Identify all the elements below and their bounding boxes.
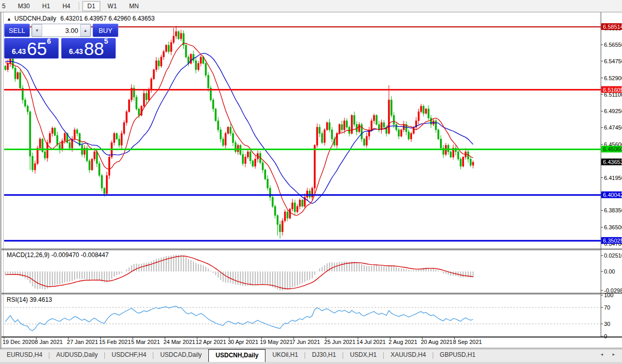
candle-body <box>277 215 278 225</box>
date-label: 19 Dec 2020 <box>3 339 34 345</box>
candle-body <box>153 70 155 79</box>
candle-body <box>24 100 26 106</box>
candle-body <box>205 63 207 75</box>
tab-gbpusd[interactable]: GBPUSD,H1 <box>433 349 482 362</box>
candle-body <box>44 152 46 158</box>
price-badge-label: 6.45060 <box>603 146 622 152</box>
timeframe-toolbar: 5M30H1H4D1W1MN <box>0 0 622 12</box>
date-label: 27 Jan 2021 <box>67 339 98 345</box>
timeframe-button-h1[interactable]: H1 <box>37 1 55 11</box>
candle-body <box>351 115 352 133</box>
price-badge-label: 6.40042 <box>603 192 622 198</box>
candle-body <box>388 100 389 134</box>
symbol-tab-bar: EURUSD,H4AUDUSD,DailyUSDCHF,H4USDCAD,Dai… <box>0 349 622 362</box>
tab-ukoil[interactable]: UKOil,H1 <box>265 349 305 362</box>
tab-usdx[interactable]: USDX,H1 <box>343 349 383 362</box>
tab-dj30[interactable]: DJ30,H1 <box>305 349 343 362</box>
buy-price-sup: 5 <box>104 38 108 45</box>
candle-body <box>220 130 221 139</box>
price-badge-label: 6.43653 <box>603 159 622 165</box>
candle-body <box>237 145 239 152</box>
candle-body <box>185 45 187 57</box>
sell-button[interactable]: SELL <box>4 24 30 37</box>
volume-input[interactable] <box>42 24 80 37</box>
candle-body <box>390 100 392 115</box>
candle-body <box>398 130 400 136</box>
candle-body <box>383 122 385 127</box>
candle-body <box>242 154 244 163</box>
tab-scroll-arrows[interactable]: ◂ ▸ <box>600 352 619 357</box>
candle-body <box>472 162 474 165</box>
candle-body <box>5 66 6 70</box>
candle-body <box>49 134 50 143</box>
candle-body <box>341 124 343 130</box>
candle-body <box>326 122 328 130</box>
timeframe-button-d1[interactable]: D1 <box>82 1 100 11</box>
tab-usdchf[interactable]: USDCHF,H4 <box>105 349 153 362</box>
candle-body <box>17 72 19 79</box>
date-label: 20 Aug 2021 <box>421 339 453 345</box>
candle-body <box>438 130 439 139</box>
chart-symbol-label: USDCNH,Daily <box>14 15 56 22</box>
rsi-line <box>5 306 473 331</box>
candle-body <box>222 139 224 145</box>
candle-body <box>69 142 70 148</box>
candle-body <box>272 197 273 207</box>
chart-title: ▲USDCNH,Daily6.43201 6.43957 6.42960 6.4… <box>7 15 155 22</box>
candle-body <box>396 124 397 130</box>
candle-body <box>192 54 194 61</box>
candle-body <box>227 127 229 133</box>
candle-body <box>292 203 293 209</box>
price-tick-label: 6.38350 <box>604 207 622 213</box>
candle-body <box>235 142 236 152</box>
candle-body <box>311 188 313 197</box>
price-tick-label: 6.41950 <box>604 175 622 181</box>
candle-body <box>279 225 281 232</box>
volume-decrease-button[interactable]: ▼ <box>32 24 42 37</box>
candle-body <box>274 206 276 215</box>
candle-body <box>7 63 9 69</box>
candle-body <box>99 163 100 175</box>
volume-spinner: ▼ ▲ <box>31 24 91 37</box>
price-tick-label: 6.36500 <box>604 224 622 230</box>
candle-body <box>470 159 471 165</box>
date-label: 24 Mar 2021 <box>164 339 196 345</box>
tab-eurusd[interactable]: EURUSD,H4 <box>0 349 49 362</box>
rsi-scale-label: 0 <box>604 333 607 339</box>
candle-body <box>218 121 219 130</box>
tab-xauusd[interactable]: XAUUSD,H4 <box>384 349 433 362</box>
timeframe-button-mn[interactable]: MN <box>124 1 144 11</box>
candle-body <box>324 130 325 143</box>
volume-increase-button[interactable]: ▲ <box>80 24 91 37</box>
timeframe-button-w1[interactable]: W1 <box>102 1 122 11</box>
candle-body <box>148 90 150 100</box>
candle-body <box>158 61 159 66</box>
candle-body <box>114 134 115 143</box>
candle-body <box>359 124 360 132</box>
candle-body <box>161 57 162 66</box>
candle-body <box>463 157 464 167</box>
rsi-scale-label: 70 <box>604 304 610 311</box>
tab-audusd[interactable]: AUDUSD,Daily <box>49 349 104 362</box>
candle-body <box>329 122 330 130</box>
candle-body <box>170 43 172 52</box>
timeframe-button-5[interactable]: 5 <box>0 1 11 11</box>
tab-usdcnh[interactable]: USDCNH,Daily <box>208 349 265 362</box>
tab-usdcad[interactable]: USDCAD,Daily <box>153 349 208 362</box>
sell-price-box[interactable]: 6.43 65 6 <box>4 38 59 59</box>
candle-body <box>420 106 422 112</box>
timeframe-button-h4[interactable]: H4 <box>57 1 75 11</box>
collapse-panel-icon[interactable]: ▲ <box>7 16 11 22</box>
candle-body <box>51 128 53 134</box>
candle-body <box>178 31 180 39</box>
candle-body <box>195 61 197 70</box>
buy-button[interactable]: BUY <box>93 24 118 37</box>
candle-body <box>344 121 345 130</box>
date-label: 14 Jul 2021 <box>357 339 386 345</box>
candle-body <box>109 157 110 175</box>
candle-body <box>230 127 232 133</box>
candle-body <box>126 112 128 122</box>
buy-price-box[interactable]: 6.43 88 5 <box>61 38 116 59</box>
price-badge-label: 6.35025 <box>603 238 622 244</box>
timeframe-button-m30[interactable]: M30 <box>13 1 35 11</box>
